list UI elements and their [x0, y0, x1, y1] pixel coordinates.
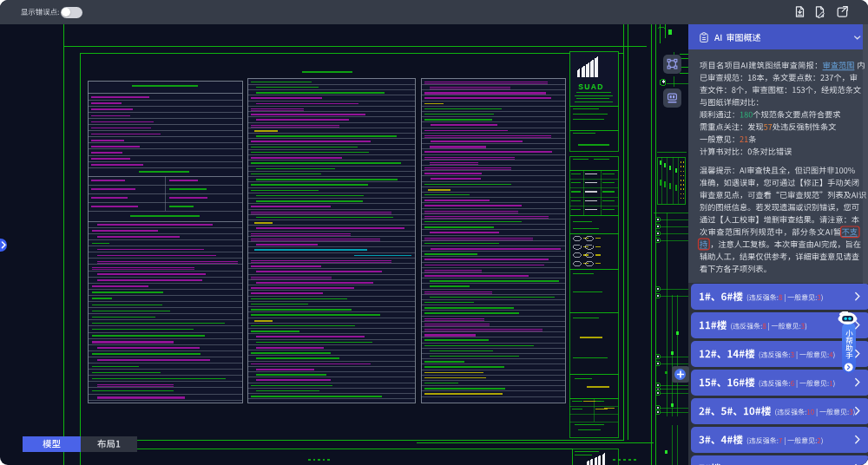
svg-text:SUAD: SUAD [578, 82, 604, 91]
